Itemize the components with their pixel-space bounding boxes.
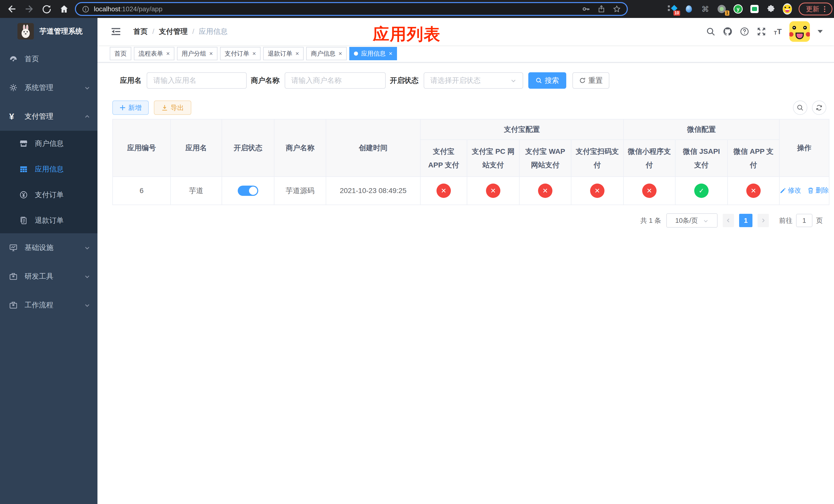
- sidebar-item-merchant-info[interactable]: 商户信息: [0, 131, 97, 156]
- browser-profile-avatar[interactable]: [783, 4, 792, 14]
- site-info-icon[interactable]: [82, 5, 89, 13]
- edit-button[interactable]: 修改: [780, 186, 801, 195]
- sidebar-item-label: 基础设施: [25, 243, 53, 253]
- group-header-alipay: 支付宝配置: [420, 119, 623, 140]
- help-icon[interactable]: [740, 27, 749, 36]
- breadcrumb-home[interactable]: 首页: [133, 27, 148, 37]
- browser-update-button[interactable]: 更新: [798, 3, 832, 15]
- extension-gray-circle-icon[interactable]: 1: [717, 4, 726, 14]
- extension-command-icon[interactable]: ⌘: [701, 4, 710, 14]
- share-icon[interactable]: [597, 5, 605, 13]
- font-size-icon[interactable]: TT: [774, 28, 782, 36]
- prev-page-button[interactable]: [723, 214, 734, 227]
- extensions-puzzle-icon[interactable]: [766, 4, 775, 14]
- password-key-icon[interactable]: [582, 5, 590, 13]
- close-icon[interactable]: ×: [166, 50, 170, 56]
- tab-app-info[interactable]: 应用信息×: [349, 47, 397, 60]
- page-number-1[interactable]: 1: [739, 214, 752, 227]
- tab-home[interactable]: 首页: [110, 47, 131, 60]
- fullscreen-icon[interactable]: [757, 27, 766, 36]
- breadcrumb-payment[interactable]: 支付管理: [159, 27, 188, 37]
- reload-icon[interactable]: [42, 4, 51, 14]
- close-icon[interactable]: ×: [295, 50, 299, 56]
- back-icon[interactable]: [7, 4, 16, 14]
- sidebar-item-label: 系统管理: [25, 83, 53, 93]
- close-icon[interactable]: ×: [253, 50, 256, 56]
- document-copy-icon: [20, 216, 28, 225]
- extension-y-icon[interactable]: y: [733, 4, 743, 14]
- sidebar-item-system[interactable]: 系统管理: [0, 73, 97, 102]
- briefcase-icon: [9, 272, 18, 280]
- tab-pay-orders[interactable]: 支付订单×: [220, 47, 261, 60]
- sidebar-item-label: 支付管理: [25, 112, 53, 121]
- status-cross-icon: ✕: [746, 184, 761, 198]
- page-jumper: 前往 页: [779, 214, 823, 227]
- goto-label: 前往: [779, 216, 792, 225]
- sidebar-item-payment[interactable]: ¥ 支付管理: [0, 102, 97, 131]
- sidebar-item-refund-orders[interactable]: 退款订单: [0, 208, 97, 233]
- sidebar-item-pay-orders[interactable]: 支付订单: [0, 182, 97, 208]
- browser-menu-icon[interactable]: [824, 6, 825, 12]
- github-icon[interactable]: [723, 27, 732, 36]
- chevron-down-icon: [510, 77, 517, 84]
- extension-chat-icon[interactable]: [750, 4, 759, 14]
- close-icon[interactable]: ×: [209, 50, 213, 56]
- user-avatar[interactable]: [789, 21, 810, 42]
- logo-rabbit-image: [18, 23, 34, 40]
- search-button[interactable]: 搜索: [528, 72, 566, 89]
- close-icon[interactable]: ×: [389, 50, 392, 56]
- top-navbar: 首页 / 支付管理 / 应用信息 应用列表 TT: [97, 18, 834, 45]
- tab-refund-orders[interactable]: 退款订单×: [263, 47, 304, 60]
- export-button[interactable]: 导出: [154, 100, 191, 115]
- tab-process-form[interactable]: 流程表单×: [134, 47, 174, 60]
- status-toggle[interactable]: [238, 186, 258, 196]
- app-name-input[interactable]: [147, 72, 247, 89]
- add-button[interactable]: 新增: [112, 100, 149, 115]
- merchant-name-input[interactable]: [285, 72, 386, 89]
- cell-merchant: 芋道源码: [274, 177, 326, 205]
- forward-icon[interactable]: [25, 4, 34, 14]
- sidebar-logo[interactable]: 芋道管理系统: [0, 18, 97, 45]
- bookmark-star-icon[interactable]: [613, 5, 621, 13]
- col-header-wechat-jsapi: 微信 JSAPI 支付: [675, 140, 728, 177]
- delete-button[interactable]: 删除: [807, 186, 829, 195]
- annotation-title: 应用列表: [373, 23, 441, 45]
- sidebar-item-infrastructure[interactable]: 基础设施: [0, 233, 97, 262]
- sidebar-collapse-icon[interactable]: [111, 26, 121, 37]
- col-header-alipay-app: 支付宝 APP 支付: [420, 140, 467, 177]
- home-icon[interactable]: [60, 4, 69, 14]
- refresh-button[interactable]: [812, 100, 826, 115]
- merchant-name-label: 商户名称: [251, 76, 280, 85]
- sidebar-item-app-info[interactable]: 应用信息: [0, 156, 97, 182]
- grid-table-icon: [20, 165, 28, 173]
- reset-button[interactable]: 重置: [572, 72, 609, 89]
- status-label: 开启状态: [390, 76, 419, 85]
- chevron-down-icon: [84, 245, 90, 251]
- col-header-created: 创建时间: [326, 119, 420, 177]
- sidebar-item-workflow[interactable]: 工作流程: [0, 291, 97, 319]
- extension-balloon-icon[interactable]: [684, 4, 694, 14]
- search-icon[interactable]: [706, 27, 715, 36]
- status-select[interactable]: 请选择开启状态: [424, 72, 523, 89]
- avatar-caret-icon[interactable]: [818, 30, 823, 33]
- status-cross-icon: ✕: [538, 184, 552, 198]
- page-size-select[interactable]: 10条/页: [666, 213, 718, 228]
- goto-page-input[interactable]: [796, 214, 812, 227]
- tab-user-group[interactable]: 用户分组×: [177, 47, 218, 60]
- sidebar-item-dev-tools[interactable]: 研发工具: [0, 262, 97, 291]
- sidebar-item-home[interactable]: 首页: [0, 45, 97, 73]
- next-page-button[interactable]: [758, 214, 769, 227]
- close-icon[interactable]: ×: [338, 50, 342, 56]
- group-header-wechat: 微信配置: [623, 119, 780, 140]
- toggle-search-button[interactable]: [793, 100, 807, 115]
- status-select-placeholder: 请选择开启状态: [430, 76, 481, 85]
- status-check-icon: ✓: [694, 184, 708, 198]
- col-header-wechat-lite: 微信小程序支付: [623, 140, 675, 177]
- status-cross-icon: ✕: [437, 184, 451, 198]
- tab-merchant-info[interactable]: 商户信息×: [306, 47, 347, 60]
- url-host: localhost: [94, 5, 120, 13]
- extension-blue-diamond-icon[interactable]: 10: [668, 4, 677, 14]
- url-bar[interactable]: localhost:1024/pay/app: [75, 2, 628, 16]
- screen: localhost:1024/pay/app 10 ⌘ 1 y: [0, 0, 834, 504]
- table-row: 6 芋道 芋道源码 2021-10-23 08:49:25 ✕ ✕ ✕ ✕ ✕ …: [113, 177, 829, 205]
